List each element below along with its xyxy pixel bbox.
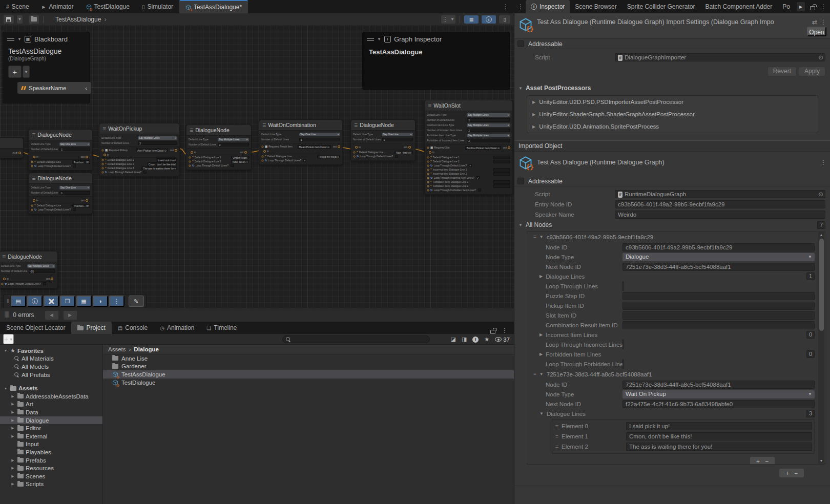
attribute-port[interactable] — [189, 160, 191, 162]
tools-button[interactable] — [44, 296, 59, 307]
open-button[interactable]: Open — [807, 27, 826, 36]
output-port[interactable] — [18, 152, 21, 154]
attribute-port[interactable] — [102, 159, 104, 161]
attribute-port[interactable] — [262, 159, 264, 161]
all-nodes-foldout[interactable]: ▼ All Nodes 7 — [514, 220, 830, 230]
attribute-port[interactable] — [427, 169, 429, 171]
parameter-dropdown[interactable]: Say Multiple Lines▼ — [218, 138, 249, 141]
array-size-field[interactable]: 0 — [806, 331, 815, 339]
output-port[interactable] — [508, 146, 510, 149]
project-search-input[interactable] — [282, 335, 430, 343]
property-field[interactable] — [623, 321, 815, 329]
folder-item-editor[interactable]: ▶Editor — [0, 424, 102, 432]
array-size-field[interactable]: 1 — [806, 272, 815, 280]
visible-count[interactable]: 37 — [495, 337, 510, 343]
scroll-up-icon[interactable]: ▲ — [818, 233, 824, 237]
favorite-item-all-materials[interactable]: All Materials — [0, 355, 102, 363]
row-field[interactable]: Psst boy... W — [72, 160, 90, 164]
kebab-icon[interactable]: ⋮ — [820, 3, 826, 10]
graph-node-startnode-0[interactable]: ☰StartNodeSpeakerNameout — [0, 137, 24, 158]
node-collapse-icon[interactable]: ☰ — [190, 128, 193, 133]
graph-node-dialoguenode-1[interactable]: ☰DialogueNodeDefault Line TypeSay One Li… — [28, 129, 93, 171]
drag-handle-icon[interactable]: = — [533, 234, 536, 240]
drag-handle-icon[interactable]: ‖‖ — [4, 310, 9, 320]
property-field[interactable]: c93b5606-401f-49a2-99b5-9ecbf1fa9c29 — [623, 243, 815, 251]
row-checkbox[interactable]: ✓ — [303, 159, 306, 162]
remove-element-button[interactable]: − — [765, 458, 769, 465]
tab-animation[interactable]: ◷Animation — [154, 322, 200, 334]
output-port[interactable] — [51, 278, 53, 280]
graph-node-dialoguenode-4[interactable]: ☰DialogueNodeDefault Line TypeSay Multip… — [186, 124, 252, 170]
tab-scene-object-locator[interactable]: Scene Object Locator — [0, 322, 71, 334]
parameter-field[interactable]: 1 — [382, 138, 413, 141]
breadcrumb-current[interactable]: Dialogue — [134, 346, 159, 352]
row-field[interactable]: Axe (Pickup Item Data) ⊙ — [136, 149, 168, 152]
row-checkbox[interactable] — [73, 164, 76, 167]
parameter-field[interactable]: 2 — [467, 118, 510, 122]
input-port[interactable] — [355, 146, 358, 149]
save-options-dropdown[interactable]: ▼ — [16, 15, 23, 24]
folder-item-scripts[interactable]: ▶Scripts — [0, 480, 102, 489]
row-field[interactable]: Meat (Pickup Item Data) ⊙ — [298, 145, 331, 149]
foldout-chevron-icon[interactable]: ▶ — [10, 426, 15, 430]
row-field[interactable] — [493, 172, 510, 176]
drag-handle-icon[interactable]: ‖ — [7, 298, 9, 304]
toolbar-more-button[interactable]: ⋮ — [109, 296, 125, 307]
collapse-chevron-icon[interactable]: ▼ — [17, 37, 22, 41]
attribute-port[interactable] — [189, 164, 191, 166]
row-field[interactable] — [493, 168, 510, 172]
input-port[interactable] — [33, 199, 35, 202]
object-picker-icon[interactable]: ⊙ — [818, 54, 823, 61]
postprocessors-foldout[interactable]: ▼ Asset PostProcessors — [514, 81, 830, 94]
graph-node-waitonpickup-3[interactable]: ☰WaitOnPickupDefault Line TypeSay Multip… — [99, 123, 180, 177]
node-collapse-icon[interactable]: ☰ — [354, 123, 358, 128]
contrast-button[interactable]: ◑ — [93, 296, 108, 307]
folder-item-dialogue[interactable]: ▶Dialogue — [0, 416, 102, 425]
file-item-gardener[interactable]: Gardener — [103, 363, 514, 371]
row-checkbox[interactable] — [73, 208, 76, 211]
attribute-port[interactable] — [31, 165, 33, 167]
property-dropdown[interactable]: Wait On Pickup▼ — [623, 390, 815, 398]
attribute-port[interactable] — [427, 160, 429, 162]
tab-animator[interactable]: ►Animator — [35, 0, 80, 13]
node-collapse-icon[interactable]: ☰ — [102, 127, 106, 131]
node-collapse-icon[interactable]: ☰ — [262, 123, 266, 128]
parameter-field[interactable]: 1 — [59, 148, 90, 151]
add-element-button[interactable]: + — [785, 470, 789, 477]
foldout-chevron-icon[interactable]: ▼ — [540, 372, 544, 376]
graph-breadcrumb[interactable]: TestAssDialogue › — [51, 13, 111, 26]
row-field[interactable]: Ohhhh yeah, — [231, 156, 249, 159]
folder-item-input[interactable]: Input — [0, 440, 102, 449]
property-field[interactable]: f22a475e-4c2f-41c6-9b73-6a83498abfe0 — [623, 400, 815, 408]
tab-inspector[interactable]: iInspector — [526, 0, 570, 13]
add-element-button[interactable]: + — [756, 458, 760, 465]
parameter-field[interactable]: 2 — [467, 129, 510, 132]
foldout-chevron-icon[interactable]: ▶ — [540, 274, 543, 279]
folder-item-resources[interactable]: ▶Resources — [0, 464, 102, 472]
asset-import-icon[interactable]: ◪ — [451, 336, 456, 343]
attribute-port[interactable] — [102, 171, 104, 173]
drag-handle-icon[interactable] — [7, 38, 14, 41]
tab-batch-component-adder[interactable]: Batch Component Adder — [700, 0, 777, 13]
row-field[interactable]: I need my meat :) — [317, 155, 340, 158]
graph-node-waitoncombination-5[interactable]: ☰WaitOnCombinationDefault Line TypeSay O… — [259, 119, 343, 165]
input-port[interactable] — [33, 156, 35, 158]
folder-item-art[interactable]: ▶Art — [0, 401, 102, 409]
row-checkbox[interactable]: ✓ — [476, 176, 480, 179]
parameter-dropdown[interactable]: Say One Line▼ — [299, 133, 340, 136]
output-port[interactable] — [338, 145, 340, 148]
property-dropdown[interactable]: Dialogue▼ — [623, 253, 815, 261]
tab-timeline[interactable]: ❏Timeline — [200, 322, 243, 334]
collapse-chevron-icon[interactable]: ▼ — [377, 37, 381, 41]
attribute-port[interactable] — [427, 164, 429, 166]
row-checkbox[interactable] — [395, 155, 398, 158]
parameter-dropdown[interactable]: Say Multiple Lines▼ — [467, 113, 510, 117]
tab-console[interactable]: ▤Console — [112, 322, 154, 334]
foldout-chevron-icon[interactable]: ▶ — [540, 332, 543, 337]
row-checkbox[interactable] — [43, 282, 46, 285]
scrollbar[interactable]: ▲ ▼ — [818, 232, 824, 464]
foldout-chevron-icon[interactable]: ▼ — [3, 387, 8, 390]
script-field[interactable]: #DialogueGraphImporter ⊙ — [615, 53, 825, 61]
postprocessor-item[interactable]: ▶UnityEditor.U2D.Animation.SpritePostPro… — [527, 120, 818, 133]
drag-handle-icon[interactable]: = — [552, 424, 562, 429]
